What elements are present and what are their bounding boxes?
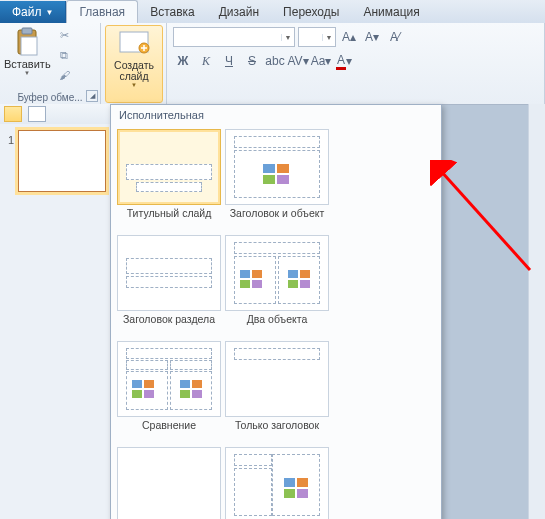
italic-button[interactable]: К xyxy=(196,51,216,71)
cut-icon[interactable]: ✂ xyxy=(56,27,72,43)
layout-caption: Заголовок раздела xyxy=(117,313,221,337)
svg-rect-5 xyxy=(263,164,275,173)
layout-two-content[interactable]: Два объекта xyxy=(225,235,329,337)
bold-button[interactable]: Ж xyxy=(173,51,193,71)
paste-button[interactable]: Вставить ▼ xyxy=(4,25,50,87)
char-spacing-button[interactable]: AV▾ xyxy=(288,51,308,71)
font-size-combo[interactable]: ▼ xyxy=(298,27,336,47)
group-clipboard: Вставить ▼ ✂ ⧉ 🖌 Буфер обме...◢ xyxy=(0,23,101,104)
thumbnails-view-icon[interactable] xyxy=(4,106,22,122)
shadow-button[interactable]: abc xyxy=(265,51,285,71)
underline-button[interactable]: Ч xyxy=(219,51,239,71)
clipboard-icon xyxy=(12,27,42,57)
group-slides: Создать слайд ▼ xyxy=(101,23,167,104)
svg-rect-18 xyxy=(144,380,154,388)
svg-rect-26 xyxy=(297,478,308,487)
layout-section-header[interactable]: Заголовок раздела xyxy=(117,235,221,337)
ribbon: Вставить ▼ ✂ ⧉ 🖌 Буфер обме...◢ Создать … xyxy=(0,23,545,105)
outline-view-icon[interactable] xyxy=(28,106,46,122)
svg-rect-12 xyxy=(252,280,262,288)
layout-comparison[interactable]: Сравнение xyxy=(117,341,221,443)
layout-title-content[interactable]: Заголовок и объект xyxy=(225,129,329,231)
chevron-down-icon: ▼ xyxy=(106,82,162,88)
svg-line-31 xyxy=(440,170,530,270)
slide-thumbnail[interactable]: 1 xyxy=(4,130,106,192)
layout-caption: Сравнение xyxy=(117,419,221,443)
slide-thumbnail-pane: 1 xyxy=(0,124,111,519)
layout-title-only[interactable]: Только заголовок xyxy=(225,341,329,443)
content-icon xyxy=(180,380,204,398)
content-icon xyxy=(263,164,291,184)
slide-layout-gallery: Исполнительная Титульный слайд Заголовок… xyxy=(110,104,442,519)
svg-rect-15 xyxy=(288,280,298,288)
slide-number: 1 xyxy=(4,130,14,192)
layout-title-slide[interactable]: Титульный слайд xyxy=(117,129,221,231)
slide-preview xyxy=(18,130,106,192)
svg-rect-6 xyxy=(277,164,289,173)
svg-rect-8 xyxy=(277,175,289,184)
svg-rect-1 xyxy=(22,28,32,34)
chevron-down-icon: ▼ xyxy=(4,70,50,76)
content-icon xyxy=(284,478,310,498)
gallery-header: Исполнительная xyxy=(111,105,441,125)
svg-rect-28 xyxy=(297,489,308,498)
svg-rect-23 xyxy=(180,390,190,398)
group-label-clipboard: Буфер обме... xyxy=(17,92,82,103)
clear-format-icon[interactable]: A∕ xyxy=(385,27,405,47)
svg-rect-11 xyxy=(240,280,250,288)
tab-transitions[interactable]: Переходы xyxy=(271,1,351,23)
svg-rect-24 xyxy=(192,390,202,398)
svg-rect-25 xyxy=(284,478,295,487)
svg-rect-14 xyxy=(300,270,310,278)
change-case-button[interactable]: Aa▾ xyxy=(311,51,331,71)
content-icon xyxy=(132,380,156,398)
new-slide-icon xyxy=(117,29,151,57)
svg-rect-16 xyxy=(300,280,310,288)
layout-blank[interactable]: Пустой слайд xyxy=(117,447,221,519)
clipboard-mini: ✂ ⧉ 🖌 xyxy=(56,27,72,83)
strike-button[interactable]: S xyxy=(242,51,262,71)
layout-content-caption[interactable]: Объект с подписью xyxy=(225,447,329,519)
format-painter-icon[interactable]: 🖌 xyxy=(56,67,72,83)
svg-rect-10 xyxy=(252,270,262,278)
new-slide-label: Создать слайд xyxy=(106,60,162,82)
grow-font-icon[interactable]: A▴ xyxy=(339,27,359,47)
tab-home[interactable]: Главная xyxy=(66,0,138,23)
shrink-font-icon[interactable]: A▾ xyxy=(362,27,382,47)
copy-icon[interactable]: ⧉ xyxy=(56,47,72,63)
svg-rect-17 xyxy=(132,380,142,388)
vertical-scrollbar[interactable] xyxy=(528,104,545,519)
layout-caption: Титульный слайд xyxy=(117,207,221,231)
panel-view-toggle xyxy=(0,104,114,125)
ribbon-tabs: Файл▼ Главная Вставка Дизайн Переходы Ан… xyxy=(0,0,545,23)
layout-caption: Заголовок и объект xyxy=(225,207,329,231)
layout-caption: Два объекта xyxy=(225,313,329,337)
content-icon xyxy=(288,270,312,288)
tab-design[interactable]: Дизайн xyxy=(207,1,271,23)
svg-rect-13 xyxy=(288,270,298,278)
font-color-button[interactable]: A▾ xyxy=(334,51,354,71)
tab-file[interactable]: Файл▼ xyxy=(0,1,66,23)
svg-rect-20 xyxy=(144,390,154,398)
content-icon xyxy=(240,270,264,288)
svg-rect-19 xyxy=(132,390,142,398)
svg-rect-7 xyxy=(263,175,275,184)
chevron-down-icon: ▼ xyxy=(46,8,54,17)
svg-rect-21 xyxy=(180,380,190,388)
svg-rect-27 xyxy=(284,489,295,498)
font-name-combo[interactable]: ▼ xyxy=(173,27,295,47)
new-slide-button[interactable]: Создать слайд ▼ xyxy=(105,25,163,103)
svg-rect-22 xyxy=(192,380,202,388)
dialog-launcher-icon[interactable]: ◢ xyxy=(86,90,98,102)
paste-label: Вставить xyxy=(4,58,50,70)
svg-rect-2 xyxy=(21,37,37,55)
layout-caption: Только заголовок xyxy=(225,419,329,443)
annotation-arrow-icon xyxy=(430,160,540,280)
tab-animation[interactable]: Анимация xyxy=(351,1,431,23)
tab-insert[interactable]: Вставка xyxy=(138,1,207,23)
svg-rect-9 xyxy=(240,270,250,278)
